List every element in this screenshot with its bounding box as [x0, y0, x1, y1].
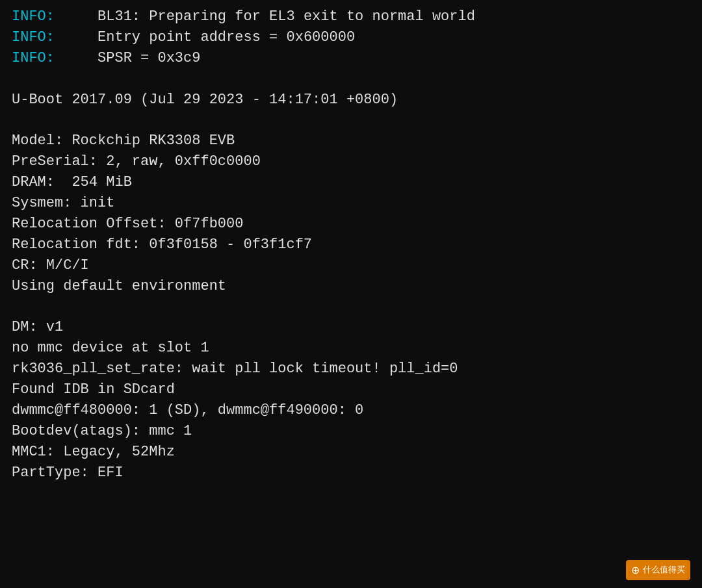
terminal-line: Bootdev(atags): mmc 1 [12, 421, 690, 442]
terminal-line: dwmmc@ff480000: 1 (SD), dwmmc@ff490000: … [12, 400, 690, 421]
terminal-line: CR: M/C/I [12, 255, 690, 276]
terminal-line: INFO: Entry point address = 0x600000 [12, 27, 690, 48]
info-text: BL31: Preparing for EL3 exit to normal w… [55, 8, 475, 25]
terminal-line: no mmc device at slot 1 [12, 338, 690, 359]
info-text: Entry point address = 0x600000 [55, 29, 355, 45]
terminal-line [12, 110, 690, 131]
terminal-line [12, 69, 690, 90]
terminal-output: INFO: BL31: Preparing for EL3 exit to no… [12, 6, 690, 483]
terminal-line: Using default environment [12, 276, 690, 297]
terminal-line: rk3036_pll_set_rate: wait pll lock timeo… [12, 359, 690, 379]
watermark: ⊕ 什么值得买 [626, 560, 690, 580]
info-text: SPSR = 0x3c9 [55, 50, 200, 66]
info-label: INFO: [12, 29, 55, 45]
terminal-line: Found IDB in SDcard [12, 379, 690, 400]
terminal-line: INFO: SPSR = 0x3c9 [12, 48, 690, 69]
watermark-text: 什么值得买 [643, 564, 685, 576]
watermark-icon: ⊕ [631, 563, 640, 578]
terminal-line: Relocation Offset: 0f7fb000 [12, 214, 690, 235]
terminal-line: INFO: BL31: Preparing for EL3 exit to no… [12, 6, 690, 27]
terminal-window: INFO: BL31: Preparing for EL3 exit to no… [0, 0, 702, 588]
terminal-line: Relocation fdt: 0f3f0158 - 0f3f1cf7 [12, 235, 690, 255]
info-label: INFO: [12, 8, 55, 25]
terminal-line: PartType: EFI [12, 463, 690, 483]
terminal-line: Model: Rockchip RK3308 EVB [12, 131, 690, 151]
terminal-line: DM: v1 [12, 317, 690, 338]
terminal-line: Sysmem: init [12, 193, 690, 214]
info-label: INFO: [12, 50, 55, 66]
terminal-line: PreSerial: 2, raw, 0xff0c0000 [12, 151, 690, 172]
terminal-line: U-Boot 2017.09 (Jul 29 2023 - 14:17:01 +… [12, 90, 690, 110]
terminal-line: MMC1: Legacy, 52Mhz [12, 442, 690, 463]
terminal-line: DRAM: 254 MiB [12, 172, 690, 193]
terminal-line [12, 296, 690, 317]
